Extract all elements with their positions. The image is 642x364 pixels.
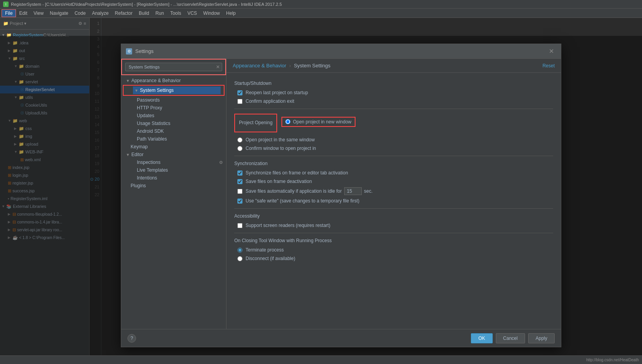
breadcrumb-part1: Appearance & Behavior bbox=[233, 63, 286, 69]
sync-files-checkbox[interactable] bbox=[237, 171, 242, 176]
menu-file[interactable]: File bbox=[2, 9, 16, 17]
settings-header: Appearance & Behavior › System Settings … bbox=[226, 59, 561, 73]
category-plugins[interactable]: ▶ Plugins bbox=[121, 182, 226, 190]
settings-left-panel: ✕ ▼ Appearance & Behavior ▼ bbox=[121, 59, 226, 329]
confirm-window-label: Confirm window to open project in bbox=[246, 146, 316, 151]
toolbar-icon-1[interactable]: ⚙ bbox=[78, 21, 82, 26]
settings-sub-androidsdk[interactable]: Android SDK bbox=[121, 127, 226, 135]
menu-tools[interactable]: Tools bbox=[167, 10, 184, 17]
save-deactivation-label: Save files on frame deactivation bbox=[246, 179, 312, 184]
disconnect-label: Disconnect (if available) bbox=[246, 256, 295, 261]
sync-files-label: Synchronize files on frame or editor tab… bbox=[246, 170, 348, 176]
menu-refactor[interactable]: Refactor bbox=[112, 10, 136, 17]
settings-sub-passwords[interactable]: Passwords bbox=[121, 96, 226, 104]
confirm-exit-checkbox[interactable] bbox=[237, 99, 242, 104]
toolbar-icon-2[interactable]: ≡ bbox=[84, 21, 86, 26]
save-deactivation-row: Save files on frame deactivation bbox=[234, 179, 553, 184]
menu-run[interactable]: Run bbox=[152, 10, 167, 17]
terminate-process-radio[interactable] bbox=[237, 248, 242, 253]
menu-window[interactable]: Window bbox=[200, 10, 223, 17]
dialog-title-bar: ⚙ Settings ✕ bbox=[121, 44, 561, 59]
category-appearance-label: Appearance & Behavior bbox=[131, 78, 181, 83]
terminate-process-label: Terminate process bbox=[246, 247, 284, 253]
reopen-project-label: Reopen last project on startup bbox=[246, 90, 308, 95]
menu-edit[interactable]: Edit bbox=[16, 10, 30, 17]
breadcrumb-sep: › bbox=[289, 63, 292, 69]
open-new-window-row: Open project in new window bbox=[281, 117, 355, 127]
save-idle-checkbox[interactable] bbox=[237, 189, 242, 194]
menu-build[interactable]: Build bbox=[136, 10, 152, 17]
open-same-window-radio[interactable] bbox=[237, 137, 242, 142]
menu-analyze[interactable]: Analyze bbox=[89, 10, 112, 17]
category-keymap[interactable]: ▶ Keymap bbox=[121, 143, 226, 151]
settings-search-input[interactable] bbox=[125, 63, 222, 71]
apply-button[interactable]: Apply bbox=[528, 333, 555, 343]
menu-code[interactable]: Code bbox=[71, 10, 89, 17]
status-url: http://blog.csdn.net/HeatDeath bbox=[586, 358, 639, 362]
settings-sub-inspections[interactable]: Inspections ⚙ bbox=[121, 158, 226, 166]
dialog-footer: ? OK Cancel Apply bbox=[121, 329, 561, 347]
settings-item-system[interactable]: ▼ System Settings bbox=[133, 86, 221, 94]
safe-write-row: Use "safe write" (save changes to a temp… bbox=[234, 198, 553, 204]
project-opening-container: Project Opening bbox=[234, 114, 277, 132]
title-text: RegisterSystem - [C:\Users\rHotD\IdeaPro… bbox=[11, 2, 282, 7]
category-appearance[interactable]: ▼ Appearance & Behavior bbox=[121, 77, 226, 84]
breadcrumb-part2: System Settings bbox=[294, 63, 331, 69]
save-idle-value[interactable] bbox=[344, 187, 362, 195]
sync-section-title: Synchronization bbox=[234, 161, 553, 166]
reset-button[interactable]: Reset bbox=[543, 63, 555, 69]
settings-item-system-label: System Settings bbox=[140, 88, 174, 93]
menu-vcs[interactable]: VCS bbox=[184, 10, 200, 17]
terminate-process-row: Terminate process bbox=[234, 247, 553, 253]
dialog-body: ✕ ▼ Appearance & Behavior ▼ bbox=[121, 59, 561, 329]
disconnect-radio[interactable] bbox=[237, 256, 242, 261]
confirm-exit-label: Confirm application exit bbox=[246, 98, 294, 104]
help-button[interactable]: ? bbox=[127, 334, 136, 343]
screen-reader-label: Support screen readers (requires restart… bbox=[246, 223, 330, 228]
ok-button[interactable]: OK bbox=[471, 333, 492, 343]
reopen-project-checkbox[interactable] bbox=[237, 90, 242, 95]
screen-reader-checkbox[interactable] bbox=[237, 223, 242, 228]
category-plugins-label: Plugins bbox=[131, 183, 146, 188]
reopen-project-row: Reopen last project on startup bbox=[234, 90, 553, 95]
save-deactivation-checkbox[interactable] bbox=[237, 179, 242, 184]
settings-sub-pathvars[interactable]: Path Variables bbox=[121, 135, 226, 143]
settings-dialog: ⚙ Settings ✕ ✕ bbox=[121, 44, 561, 347]
confirm-window-radio[interactable] bbox=[237, 146, 242, 151]
settings-content: Startup/Shutdown Reopen last project on … bbox=[226, 73, 561, 329]
category-editor-label: Editor bbox=[131, 152, 143, 157]
settings-sub-updates[interactable]: Updates bbox=[121, 112, 226, 120]
open-same-window-label: Open project in the same window bbox=[246, 137, 315, 142]
app-icon: I bbox=[3, 2, 9, 7]
open-same-window-row: Open project in the same window bbox=[234, 137, 553, 142]
settings-sub-intentions[interactable]: Intentions bbox=[121, 174, 226, 182]
settings-sub-httpproxy[interactable]: HTTP Proxy bbox=[121, 104, 226, 112]
menu-help[interactable]: Help bbox=[223, 10, 239, 17]
confirm-exit-row: Confirm application exit bbox=[234, 98, 553, 104]
safe-write-checkbox[interactable] bbox=[237, 199, 242, 204]
menu-navigate[interactable]: Navigate bbox=[47, 10, 71, 17]
cancel-button[interactable]: Cancel bbox=[496, 333, 525, 343]
open-new-window-label: Open project in new window bbox=[293, 119, 351, 125]
settings-sub-usagestats[interactable]: Usage Statistics bbox=[121, 120, 226, 127]
settings-overlay: ⚙ Settings ✕ ✕ bbox=[0, 36, 642, 364]
search-clear-button[interactable]: ✕ bbox=[216, 64, 220, 70]
menu-view[interactable]: View bbox=[30, 10, 47, 17]
project-toolbar: 📁 Project ▾ ⚙ ≡ bbox=[0, 18, 89, 30]
project-opening-title: Project Opening bbox=[239, 120, 272, 125]
dialog-title: Settings bbox=[135, 48, 546, 54]
open-new-window-radio[interactable] bbox=[285, 119, 290, 124]
settings-tree: ▼ Appearance & Behavior ▼ System Setting… bbox=[121, 75, 226, 329]
category-editor[interactable]: ▼ Editor bbox=[121, 151, 226, 158]
category-keymap-label: Keymap bbox=[131, 144, 148, 149]
settings-icon: ⚙ bbox=[126, 48, 132, 55]
settings-sub-livetemplates[interactable]: Live Templates bbox=[121, 166, 226, 174]
save-idle-row: Save files automatically if application … bbox=[234, 187, 553, 195]
sync-files-row: Synchronize files on frame or editor tab… bbox=[234, 170, 553, 176]
menu-bar: File Edit View Navigate Code Analyze Ref… bbox=[0, 9, 642, 18]
breadcrumb: Appearance & Behavior › System Settings bbox=[233, 63, 331, 69]
dialog-close-button[interactable]: ✕ bbox=[546, 46, 556, 56]
search-container: ✕ bbox=[121, 59, 226, 75]
disconnect-row: Disconnect (if available) bbox=[234, 256, 553, 261]
status-bar: http://blog.csdn.net/HeatDeath bbox=[0, 355, 642, 364]
